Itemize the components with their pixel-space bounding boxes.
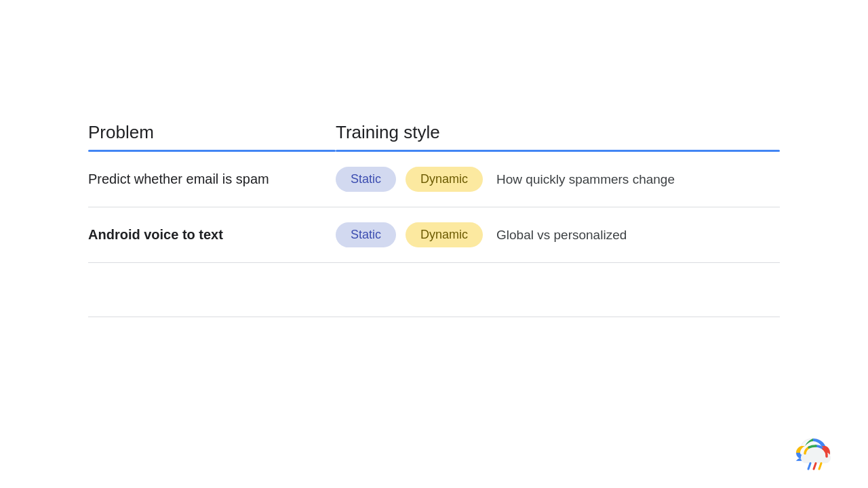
row2-problem: Android voice to text [88, 227, 336, 243]
training-column-header: Training style [336, 122, 780, 152]
training-title: Training style [336, 122, 780, 143]
svg-line-4 [808, 464, 810, 470]
row1-note: How quickly spammers change [496, 172, 675, 187]
google-cloud-icon [799, 443, 833, 472]
table-row: Android voice to text Static Dynamic Glo… [88, 207, 780, 263]
empty-row [88, 263, 780, 317]
row2-note: Global vs personalized [496, 228, 627, 243]
problem-underline [88, 150, 336, 152]
table-body: Predict whether email is spam Static Dyn… [88, 152, 780, 317]
row2-dynamic-badge: Dynamic [406, 222, 483, 247]
table-row: Predict whether email is spam Static Dyn… [88, 152, 780, 207]
svg-line-5 [814, 464, 816, 470]
svg-line-6 [819, 464, 821, 470]
row1-static-badge: Static [336, 167, 396, 192]
main-table: Problem Training style Predict whether e… [88, 122, 780, 317]
problem-column-header: Problem [88, 122, 336, 152]
row2-training: Static Dynamic Global vs personalized [336, 222, 780, 247]
row1-dynamic-badge: Dynamic [406, 167, 483, 192]
training-underline [336, 150, 780, 152]
problem-title: Problem [88, 122, 336, 143]
row1-problem: Predict whether email is spam [88, 171, 336, 187]
row1-training: Static Dynamic How quickly spammers chan… [336, 167, 780, 192]
row2-static-badge: Static [336, 222, 396, 247]
google-cloud-brand [799, 443, 833, 472]
table-header: Problem Training style [88, 122, 780, 152]
